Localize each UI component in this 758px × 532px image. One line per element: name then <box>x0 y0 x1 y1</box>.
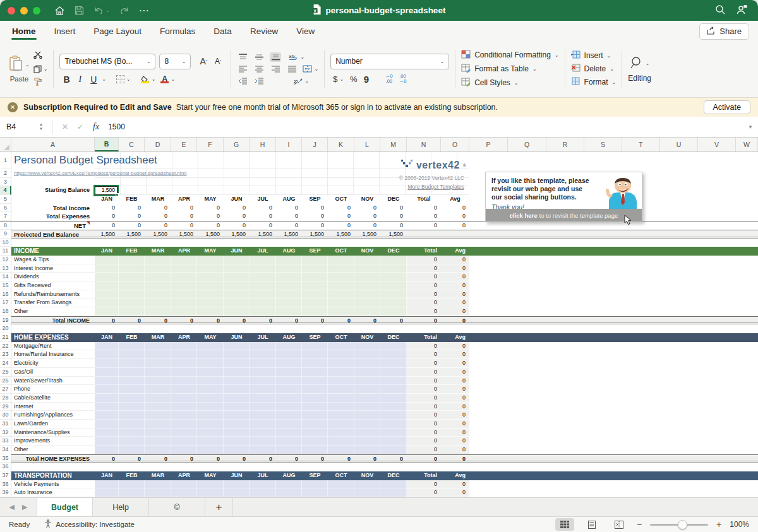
cell[interactable] <box>354 307 380 316</box>
cell[interactable] <box>354 368 380 377</box>
month-header[interactable]: JAN <box>95 471 119 480</box>
month-header[interactable]: MAY <box>197 471 224 480</box>
month-header[interactable]: FEB <box>119 471 145 480</box>
cancel-icon[interactable]: ✕ <box>62 122 68 131</box>
cell[interactable]: 1,500 <box>95 230 119 237</box>
row-number-23[interactable]: 23 <box>0 350 11 359</box>
column-header-L[interactable]: L <box>354 138 380 151</box>
page-layout-view-button[interactable] <box>582 518 601 531</box>
cell[interactable] <box>145 368 171 377</box>
row-number-4[interactable]: 4 <box>0 186 11 195</box>
cell[interactable] <box>224 256 250 264</box>
row-number-16[interactable]: 16 <box>0 290 11 299</box>
cell[interactable] <box>302 290 328 299</box>
cell[interactable]: 0 <box>276 222 302 230</box>
people-presence-icon[interactable] <box>737 4 748 17</box>
cell[interactable] <box>276 377 302 386</box>
cell[interactable] <box>119 377 145 386</box>
activate-button[interactable]: Activate <box>704 100 750 114</box>
cell[interactable] <box>354 264 380 273</box>
cell[interactable]: 0 <box>224 317 250 323</box>
cell[interactable]: 0 <box>95 204 119 213</box>
cell[interactable] <box>197 446 224 454</box>
month-header[interactable]: NOV <box>354 333 380 342</box>
avg-cell[interactable] <box>441 230 469 237</box>
cell[interactable] <box>171 299 197 307</box>
column-header-P[interactable]: P <box>469 138 508 151</box>
cell[interactable] <box>250 377 276 386</box>
redo-icon[interactable] <box>119 6 129 15</box>
cell[interactable]: 0 <box>276 317 302 323</box>
cell[interactable] <box>328 290 354 299</box>
cell[interactable] <box>145 437 171 446</box>
row-number-14[interactable]: 14 <box>0 273 11 281</box>
cell[interactable] <box>171 437 197 446</box>
cell[interactable] <box>171 488 197 497</box>
cell[interactable]: 0 <box>328 222 354 230</box>
cell[interactable] <box>328 394 354 403</box>
column-header-C[interactable]: C <box>119 138 145 151</box>
zoom-slider-thumb[interactable] <box>678 520 687 529</box>
cell[interactable] <box>171 411 197 420</box>
cell[interactable] <box>95 256 119 264</box>
cell[interactable] <box>171 350 197 359</box>
month-header[interactable]: DEC <box>380 471 407 480</box>
row-number-34[interactable]: 34 <box>0 446 11 454</box>
cell[interactable] <box>380 437 407 446</box>
cell[interactable] <box>224 342 250 351</box>
cell[interactable] <box>145 480 171 489</box>
avg-cell[interactable]: 0 <box>441 350 469 359</box>
column-header-U[interactable]: U <box>660 138 698 151</box>
cell[interactable] <box>328 350 354 359</box>
cell[interactable] <box>224 385 250 394</box>
cell[interactable] <box>145 281 171 290</box>
row-number-7[interactable]: 7 <box>0 212 11 221</box>
total-cell[interactable]: 0 <box>407 290 441 299</box>
page-break-view-button[interactable] <box>610 518 629 531</box>
column-header-D[interactable]: D <box>145 138 171 151</box>
cell[interactable] <box>145 299 171 307</box>
cell[interactable]: 1,500 <box>250 230 276 237</box>
decrease-indent-icon[interactable] <box>237 76 248 86</box>
cell[interactable] <box>224 437 250 446</box>
editing-button[interactable]: ⌄ Editing <box>628 45 651 93</box>
paste-chevron-icon[interactable]: ⌄ <box>25 62 30 68</box>
cell[interactable] <box>145 385 171 394</box>
number-format-select[interactable]: Number⌄ <box>330 54 449 69</box>
cell[interactable] <box>328 264 354 273</box>
copy-chevron-icon[interactable]: ⌄ <box>44 66 48 72</box>
cell[interactable] <box>119 307 145 316</box>
row-number-6[interactable]: 6 <box>0 204 11 213</box>
cell[interactable] <box>354 350 380 359</box>
cell[interactable] <box>95 446 119 454</box>
cell[interactable]: 1,500 <box>197 230 224 237</box>
cell[interactable] <box>224 299 250 307</box>
borders-button[interactable]: ⌄ <box>116 75 131 83</box>
item-label[interactable]: Refunds/Reimbursements <box>11 290 95 299</box>
font-color-button[interactable]: A⌄ <box>160 76 175 83</box>
sheet-tab-help[interactable]: Help <box>93 498 149 516</box>
row-number-11[interactable]: 11 <box>0 247 11 256</box>
cell[interactable] <box>302 342 328 351</box>
month-header[interactable]: MAY <box>197 333 224 342</box>
cell[interactable] <box>302 377 328 386</box>
row-label[interactable]: Projected End Balance <box>11 230 95 237</box>
item-label[interactable]: Other <box>11 307 95 316</box>
cell[interactable] <box>276 420 302 429</box>
cell[interactable] <box>250 411 276 420</box>
cell[interactable]: 1,500 <box>380 230 407 237</box>
avg-cell[interactable]: 0 <box>441 394 469 403</box>
month-header[interactable]: OCT <box>328 333 354 342</box>
item-label[interactable]: Electricity <box>11 359 95 368</box>
avg-cell[interactable]: 0 <box>441 455 469 461</box>
cell[interactable]: 0 <box>145 317 171 323</box>
cell[interactable] <box>119 403 145 411</box>
cell[interactable]: 0 <box>354 204 380 213</box>
cell[interactable] <box>145 446 171 454</box>
cell[interactable] <box>197 273 224 281</box>
cell[interactable] <box>250 359 276 368</box>
avg-header[interactable]: Avg <box>441 471 469 480</box>
selected-cell-B4[interactable]: 1,500 <box>95 186 117 195</box>
row-number-39[interactable]: 39 <box>0 488 11 497</box>
cell[interactable] <box>380 350 407 359</box>
